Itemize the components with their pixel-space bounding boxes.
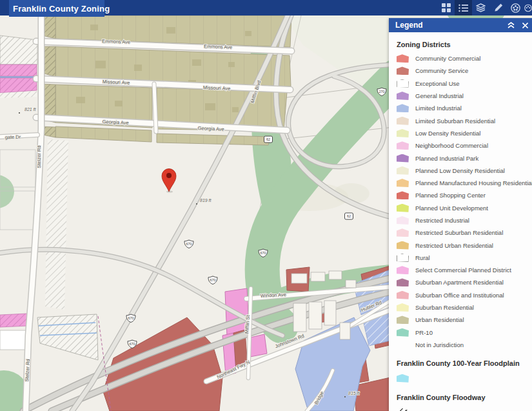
elevation-label: 815 ft: [348, 391, 360, 396]
legend-item: Suburban Apartment Residential: [397, 276, 532, 288]
legend-item-label: Not in Jurisdiction: [415, 341, 464, 348]
close-icon[interactable]: [518, 18, 532, 32]
legend-item: Planned Low Density Residential: [397, 165, 532, 177]
legend-item-label: Suburban Residential: [415, 304, 474, 311]
legend-swatch: [397, 303, 409, 312]
legend-swatch: [397, 166, 409, 175]
app-window: Emmons Ave Emmons Ave Missouri Ave Misso…: [0, 0, 532, 411]
svg-text:270: 270: [379, 90, 384, 94]
pencil-icon[interactable]: [489, 0, 507, 15]
legend-swatch: [397, 79, 409, 88]
legend-swatch: [397, 92, 409, 100]
svg-text:670: 670: [186, 242, 192, 246]
collapse-chevrons-icon[interactable]: [504, 18, 518, 32]
street-label: Missouri Ave: [203, 85, 231, 92]
zoning-districts-heading: Zoning Districts: [397, 41, 532, 48]
svg-text:670: 670: [128, 316, 133, 320]
legend-item-label: Exceptional Use: [415, 80, 460, 87]
legend-item-label: Limited Suburban Residential: [415, 117, 495, 125]
legend-item: Limited Suburban Residential: [397, 114, 532, 126]
legend-item: Rural: [397, 252, 532, 264]
street-label: Missouri Ave: [103, 79, 130, 86]
legend-item: Suburban Office and Institutional: [397, 289, 532, 301]
legend-title: Legend: [389, 21, 504, 30]
legend-swatch: [397, 154, 409, 163]
legend-item: Not in Jurisdiction: [397, 339, 532, 351]
street-label: gate Dr: [5, 134, 21, 140]
legend-item: Community Commercial: [397, 52, 532, 65]
legend-item-label: Planned Shopping Center: [415, 192, 486, 199]
street-label: Stelzer Rd: [36, 145, 42, 168]
header-toolbar: [437, 0, 532, 15]
legend-item-label: Planned Industrial Park: [415, 155, 478, 162]
legend-swatch: [397, 204, 409, 212]
floodplain-swatch: [397, 374, 409, 383]
legend-item-label: Rural: [415, 254, 430, 261]
route-shield: 62: [345, 213, 353, 219]
legend-body: Zoning Districts Community Commercial Co…: [389, 32, 532, 411]
legend-swatch: [397, 129, 409, 137]
legend-item-label: PR-10: [415, 329, 433, 336]
legend-swatch: [397, 241, 409, 250]
legend-item-label: Limited Industrial: [415, 105, 462, 112]
legend-item: Planned Unit Development: [397, 202, 532, 214]
legend-item-label: Restricted Urban Residential: [415, 242, 493, 249]
floodplain-swatch-row: [397, 371, 532, 385]
legend-swatch: [397, 191, 409, 199]
floodway-swatch: [397, 408, 409, 411]
app-title: Franklin County Zoning: [13, 4, 110, 14]
svg-text:670: 670: [210, 278, 215, 282]
floodplain-heading: Franklin County 100-Year Floodplain: [397, 359, 532, 367]
legend-swatch: [397, 328, 409, 337]
legend-item: Neighborhood Commercial: [397, 139, 532, 152]
legend-item-label: Restricted Suburban Residential: [415, 229, 503, 236]
legend-swatch: [397, 228, 409, 237]
legend-item-label: Planned Manufactured Housing Residential: [415, 179, 532, 186]
legend-item: Restricted Suburban Residential: [397, 226, 532, 239]
legend-item: General Industrial: [397, 90, 532, 102]
legend-item: Select Commercial Planned District: [397, 264, 532, 276]
svg-text:62: 62: [266, 137, 270, 141]
floodway-swatch-row: [397, 405, 532, 411]
layers-icon[interactable]: [472, 0, 489, 15]
legend-item-label: Suburban Office and Institutional: [415, 292, 504, 299]
legend-item-label: Urban Residential: [415, 316, 464, 323]
legend-swatch: [397, 254, 409, 262]
legend-item-label: Restricted Industrial: [415, 217, 469, 224]
legend-item: PR-10: [397, 326, 532, 339]
basemap-icon[interactable]: [507, 0, 524, 15]
legend-panel-header: Legend: [389, 18, 532, 32]
legend-swatch: [397, 117, 409, 125]
legend-swatch: [397, 266, 409, 274]
svg-text:62: 62: [347, 214, 351, 218]
legend-list-icon[interactable]: [455, 0, 472, 15]
legend-item: Community Service: [397, 65, 532, 77]
legend-item-label: Community Commercial: [415, 55, 480, 62]
legend-swatch: [397, 179, 409, 187]
svg-text:670: 670: [260, 251, 266, 255]
legend-item: Restricted Industrial: [397, 214, 532, 226]
legend-item: Urban Residential: [397, 314, 532, 326]
title-tab: Franklin County Zoning: [9, 0, 104, 17]
street-label: Stelzer Rd: [24, 359, 31, 381]
legend-swatch: [397, 278, 409, 286]
legend-item: Planned Shopping Center: [397, 189, 532, 201]
street-label: Emmons Ave: [204, 43, 232, 50]
legend-item: Planned Industrial Park: [397, 152, 532, 164]
legend-swatch: [397, 291, 409, 299]
legend-swatch: [397, 104, 409, 112]
legend-item-label: Select Commercial Planned District: [415, 266, 511, 274]
grid-icon[interactable]: [437, 0, 455, 15]
legend-item-label: Planned Low Density Residential: [415, 167, 505, 174]
legend-item-label: Low Density Residential: [415, 130, 480, 137]
legend-swatch: [397, 54, 409, 63]
legend-item: Suburban Residential: [397, 301, 532, 314]
legend-swatch: [397, 316, 409, 324]
basemap-clipped-icon[interactable]: [524, 0, 532, 15]
legend-item: Limited Industrial: [397, 102, 532, 114]
legend-item-label: Neighborhood Commercial: [415, 142, 488, 149]
legend-swatch: [397, 216, 409, 225]
legend-swatch: [397, 141, 409, 150]
legend-item-label: Suburban Apartment Residential: [415, 279, 504, 286]
route-shield: 62: [264, 136, 273, 143]
